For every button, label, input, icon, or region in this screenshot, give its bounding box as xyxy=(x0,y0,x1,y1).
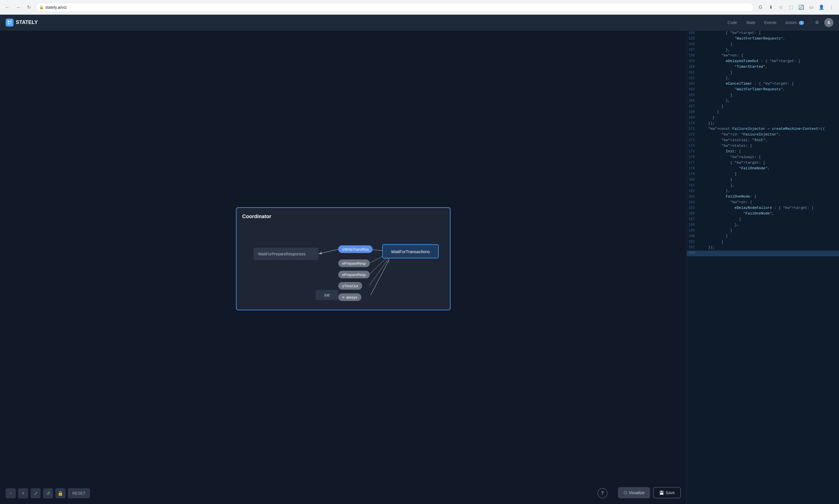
line-content: "WaitForTimerRequests", xyxy=(699,87,839,91)
line-number: 180 xyxy=(687,178,699,182)
bottom-toolbar: − + ⤢ ↺ 🔒 RESET xyxy=(6,488,90,498)
code-line: 172 "kw">id: "FailureInjector", xyxy=(687,132,839,138)
url-text: stately.ai/viz xyxy=(46,5,67,10)
bookmark-icon[interactable]: ☆ xyxy=(777,3,785,11)
line-content: { "kw">target: [ xyxy=(699,31,839,35)
reset-button[interactable]: RESET xyxy=(68,488,90,498)
event-etimeout: eTimeOut xyxy=(338,282,362,290)
line-content: } xyxy=(699,239,839,244)
help-button[interactable]: ? xyxy=(597,488,608,498)
back-button[interactable]: ← xyxy=(3,3,11,11)
code-line: 191 } xyxy=(687,239,839,245)
line-number: 185 xyxy=(687,206,699,210)
code-line: 165 ] xyxy=(687,93,839,98)
forward-button[interactable]: → xyxy=(14,3,22,11)
tab-state[interactable]: State xyxy=(742,19,760,26)
line-number: 184 xyxy=(687,200,699,204)
code-line: 178 "FailOneNode", xyxy=(687,166,839,172)
line-number: 173 xyxy=(687,138,699,142)
lock-button[interactable]: 🔒 xyxy=(55,488,66,498)
svg-line-10 xyxy=(371,260,389,295)
line-content: } xyxy=(699,110,839,114)
action-buttons: ⬡ Visualize 💾 Save xyxy=(618,487,681,498)
line-content: eDelayedTimeOut : { "kw">target: [ xyxy=(699,59,839,63)
save-button[interactable]: 💾 Save xyxy=(653,487,681,498)
line-number: 165 xyxy=(687,93,699,97)
code-line: 161 ] xyxy=(687,70,839,76)
line-number: 172 xyxy=(687,132,699,137)
line-number: 182 xyxy=(687,189,699,193)
reset-zoom-button[interactable]: ↺ xyxy=(43,488,53,498)
tab-events[interactable]: Events xyxy=(760,19,780,26)
code-line: 155 "WaitForTimerRequests", xyxy=(687,36,839,42)
line-content: eDelayNodeFailure : { "kw">target: [ xyxy=(699,206,839,210)
avatar[interactable]: S xyxy=(824,18,833,27)
line-number: 186 xyxy=(687,211,699,216)
line-number: 156 xyxy=(687,42,699,46)
download-icon[interactable]: ⬇ xyxy=(767,3,775,11)
line-content: { "kw">target: [ xyxy=(699,161,839,165)
app-logo: STATELY xyxy=(6,19,38,26)
actors-label: Actors xyxy=(785,20,797,25)
always-dot xyxy=(342,296,344,298)
diagram-container: Coordinator xyxy=(236,208,450,310)
line-content: ], xyxy=(699,183,839,187)
actors-badge: 3 xyxy=(799,21,804,25)
code-line: 192 }); xyxy=(687,245,839,251)
line-number: 177 xyxy=(687,161,699,165)
line-content: "kw">always: [ xyxy=(699,155,839,159)
line-content: "kw">on: { xyxy=(699,200,839,204)
line-number: 154 xyxy=(687,31,699,35)
settings-button[interactable]: ⚙ xyxy=(813,18,821,27)
line-content: "FailOneNode", xyxy=(699,166,839,170)
profile-icon[interactable]: 👤 xyxy=(818,3,825,11)
code-line: 177 { "kw">target: [ xyxy=(687,160,839,166)
code-line: 183 FailOneNode: { xyxy=(687,194,839,200)
address-bar[interactable]: 🔒 stately.ai/viz xyxy=(36,3,754,12)
sync-icon[interactable]: 🔄 xyxy=(797,3,805,11)
canvas-area[interactable]: Coordinator xyxy=(0,31,686,504)
tab-code[interactable]: Code xyxy=(724,19,741,26)
svg-rect-0 xyxy=(7,21,9,22)
line-content: }); xyxy=(699,121,839,125)
line-number: 164 xyxy=(687,87,699,91)
code-line: 189 } xyxy=(687,228,839,234)
event-ewrite: eWriteTransReq xyxy=(338,246,373,253)
line-number: 178 xyxy=(687,166,699,170)
event-always: always xyxy=(338,293,361,301)
code-line: 163 eCancelTimer : { "kw">target: [ xyxy=(687,81,839,87)
svg-rect-2 xyxy=(7,23,9,24)
code-line: 156 ] xyxy=(687,42,839,48)
zoom-out-button[interactable]: − xyxy=(6,488,16,498)
window-icon[interactable]: ▭ xyxy=(807,3,815,11)
refresh-button[interactable]: ↻ xyxy=(25,3,33,11)
tab-actors[interactable]: Actors 3 xyxy=(781,19,808,26)
code-panel[interactable]: 154 { "kw">target: [155 "WaitForTimerReq… xyxy=(686,31,839,504)
visualize-label: Visualize xyxy=(629,490,644,495)
code-line: 181 ], xyxy=(687,183,839,188)
save-icon: 💾 xyxy=(659,490,664,495)
line-number: 190 xyxy=(687,234,699,238)
line-content: }, xyxy=(699,189,839,193)
code-line: 176 "kw">always: [ xyxy=(687,155,839,160)
line-number: 179 xyxy=(687,172,699,176)
line-number: 170 xyxy=(687,121,699,125)
visualize-icon: ⬡ xyxy=(624,490,627,495)
line-number: 193 xyxy=(687,251,699,255)
header-nav: Code State Events Actors 3 xyxy=(724,19,808,26)
event-eprepare2: ePrepareResp xyxy=(338,271,370,278)
line-content: ] xyxy=(699,172,839,176)
extension-icon[interactable]: ⬚ xyxy=(787,3,795,11)
line-content: eCancelTimer : { "kw">target: [ xyxy=(699,82,839,86)
menu-icon[interactable]: ⋮ xyxy=(828,3,836,11)
fit-button[interactable]: ⤢ xyxy=(31,488,41,498)
zoom-in-button[interactable]: + xyxy=(18,488,28,498)
code-line: 184 "kw">on: { xyxy=(687,200,839,205)
code-line: 171 "kw">const FailureInjector = createM… xyxy=(687,126,839,132)
google-icon[interactable]: G xyxy=(756,3,765,11)
code-line: 186 "FailOneNode", xyxy=(687,211,839,217)
code-line: 179 ] xyxy=(687,172,839,177)
visualize-button[interactable]: ⬡ Visualize xyxy=(618,487,650,498)
line-number: 159 xyxy=(687,59,699,63)
header-icons: ⚙ S xyxy=(813,18,833,27)
